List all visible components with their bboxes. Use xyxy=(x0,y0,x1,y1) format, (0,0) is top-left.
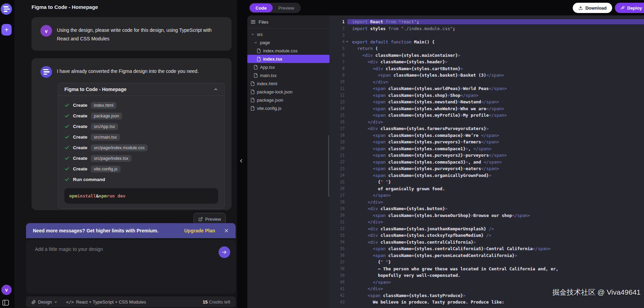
code-line[interactable]: 12 <span className={styles.shop}>Shop</s… xyxy=(330,92,644,99)
deploy-label: Deploy xyxy=(627,5,642,11)
code-line[interactable]: 15 <span className={styles.myProfile}>My… xyxy=(330,112,644,119)
code-text: </div> xyxy=(347,200,644,205)
code-line[interactable]: 37 {" "} xyxy=(330,259,644,266)
code-line[interactable]: 1import React from "react"; xyxy=(330,18,644,25)
magic-prompt-input[interactable] xyxy=(34,246,221,285)
line-number: 23 xyxy=(330,166,347,171)
deploy-button[interactable]: Deploy xyxy=(615,3,644,13)
code-line[interactable]: 4export default function Main() { xyxy=(330,39,644,46)
line-number: 38 xyxy=(330,266,347,271)
file-tree-item-src[interactable]: src xyxy=(247,30,330,38)
code-line[interactable]: 8 <div className={styles.cartButton}> xyxy=(330,65,644,72)
file-tree-item-index.tsx[interactable]: index.tsx xyxy=(247,55,330,63)
file-tree-item-index.module.css[interactable]: index.module.css xyxy=(247,47,330,55)
check-icon xyxy=(64,134,70,140)
file-tree-label: src xyxy=(257,32,263,37)
file-tree-item-index.html[interactable]: index.html xyxy=(247,79,330,88)
code-line[interactable]: 24 <span className={styles.organicallyGr… xyxy=(330,172,644,179)
code-line[interactable]: 36 <span className={styles.personLocated… xyxy=(330,252,644,259)
app-logo-icon[interactable] xyxy=(1,3,12,15)
download-button[interactable]: Download xyxy=(573,3,612,13)
file-tree-item-package-lock.json[interactable]: package-lock.json xyxy=(247,88,330,96)
code-line[interactable]: 22 <span className={styles.commaSpace3}>… xyxy=(330,159,644,166)
design-attachment-dropdown[interactable]: Design xyxy=(32,299,58,305)
code-line[interactable]: 43 We believe in produce. Tasty produce.… xyxy=(330,299,644,306)
code-line[interactable]: 35 <span className={styles.centralCalifo… xyxy=(330,245,644,252)
code-line[interactable]: 40 </span> xyxy=(330,279,644,286)
file-tree-item-App.tsx[interactable]: App.tsx xyxy=(247,63,330,71)
arrow-right-icon xyxy=(222,249,227,255)
code-line[interactable]: 2import styles from "./index.module.css"… xyxy=(330,25,644,32)
code-line[interactable]: 13 <span className={styles.newstand}>New… xyxy=(330,99,644,105)
tab-preview[interactable]: Preview xyxy=(273,3,300,12)
banner-close-icon[interactable] xyxy=(224,228,229,233)
collapse-chat-chevron-icon[interactable] xyxy=(238,157,244,164)
task-action: Create xyxy=(73,113,87,118)
code-line[interactable]: 34 <div className={styles.centralCalifor… xyxy=(330,239,644,246)
check-icon xyxy=(64,166,70,171)
line-number: 37 xyxy=(330,260,347,265)
new-project-button[interactable]: + xyxy=(1,24,12,36)
code-text: <span className={styles.purveyors4}>eate… xyxy=(347,166,644,171)
code-line[interactable]: 39 hopefully very well-compensated. xyxy=(330,272,644,279)
task-action: Create xyxy=(73,156,87,161)
file-tree-item-page[interactable]: page xyxy=(247,38,330,47)
code-line[interactable]: 27 </span> xyxy=(330,192,644,199)
task-row: Createvite.config.js xyxy=(64,164,218,174)
code-line[interactable]: 38 — The person who grew these was locat… xyxy=(330,266,644,272)
file-icon xyxy=(251,98,255,102)
file-icon xyxy=(257,57,261,61)
code-line[interactable]: 14 <span className={styles.whoWeAre}>Who… xyxy=(330,105,644,112)
code-line[interactable]: 7 <div className={styles.header}> xyxy=(330,59,644,65)
command-token: npm xyxy=(69,193,77,198)
watermark: 掘金技术社区 @ Viva49641 xyxy=(552,287,641,297)
code-line[interactable]: 10 </div> xyxy=(330,79,644,86)
task-action: Create xyxy=(73,134,87,140)
code-line[interactable]: 29 <div className={styles.button}> xyxy=(330,205,644,212)
code-line[interactable]: 32 <div className={styles.jonathanKemper… xyxy=(330,226,644,232)
code-line[interactable]: 18 <span className={styles.commaSpace}>W… xyxy=(330,132,644,139)
file-tree-item-vite.config.js[interactable]: vite.config.js xyxy=(247,104,330,112)
code-line[interactable]: 5 return ( xyxy=(330,45,644,52)
code-line[interactable]: 11 <span className={styles.worldPeas}>Wo… xyxy=(330,85,644,92)
line-number: 11 xyxy=(330,86,347,91)
code-line[interactable]: 23 <span className={styles.purveyors4}>e… xyxy=(330,165,644,172)
file-tree-item-package.json[interactable]: package.json xyxy=(247,96,330,104)
check-icon xyxy=(64,177,70,182)
code-line[interactable]: 33 <div className={styles.stocksyTxpfban… xyxy=(330,232,644,239)
workspace: Code Preview Download Deploy Files srcpa… xyxy=(237,0,644,308)
code-line[interactable]: 31 </div> xyxy=(330,219,644,226)
line-number: 13 xyxy=(330,100,347,104)
code-line[interactable]: 3 xyxy=(330,32,644,39)
code-text: </div> xyxy=(347,219,644,224)
code-line[interactable]: 19 <span className={styles.purveyors}>fa… xyxy=(330,139,644,145)
user-avatar[interactable]: v xyxy=(1,285,12,295)
code-line[interactable]: 6 <div className={styles.mainContainer}> xyxy=(330,52,644,59)
code-line[interactable]: 17 <div className={styles.farmersPurveyo… xyxy=(330,125,644,132)
send-button[interactable] xyxy=(219,246,230,258)
toggle-sidebar-icon[interactable] xyxy=(2,300,9,306)
code-line[interactable]: 21 <span className={styles.purveyors2}>p… xyxy=(330,152,644,159)
code-line[interactable]: 20 <span className={styles.commaSpace1}>… xyxy=(330,145,644,152)
file-tree-scrollbar[interactable] xyxy=(328,135,329,197)
code-line[interactable]: 28 </div> xyxy=(330,199,644,206)
upgrade-plan-link[interactable]: Upgrade Plan xyxy=(184,228,215,233)
file-tree-item-main.tsx[interactable]: main.tsx xyxy=(247,71,330,79)
fold-chevron-icon[interactable] xyxy=(345,40,349,43)
code-line[interactable]: 9 <span className={styles.basket}>Basket… xyxy=(330,72,644,79)
code-line[interactable]: 30 <span className={styles.browseOurShop… xyxy=(330,212,644,219)
code-editor[interactable]: 1import React from "react";2import style… xyxy=(330,15,644,308)
code-line[interactable]: 26 of organically grown food. xyxy=(330,185,644,192)
file-icon xyxy=(251,81,255,86)
task-target-chip: src/page/index.module.css xyxy=(91,144,148,151)
tab-code[interactable]: Code xyxy=(250,3,273,12)
code-text: <span className={styles.myProfile}>My pr… xyxy=(347,113,644,118)
hamburger-icon[interactable] xyxy=(251,20,256,24)
file-tree-label: package-lock.json xyxy=(257,89,293,94)
line-number: 43 xyxy=(330,300,347,305)
collapse-chevron-up-icon[interactable] xyxy=(213,87,218,92)
line-number: 25 xyxy=(330,180,347,184)
code-line[interactable]: 16 </div> xyxy=(330,119,644,126)
file-icon xyxy=(254,73,258,78)
code-line[interactable]: 25 {" "} xyxy=(330,179,644,185)
